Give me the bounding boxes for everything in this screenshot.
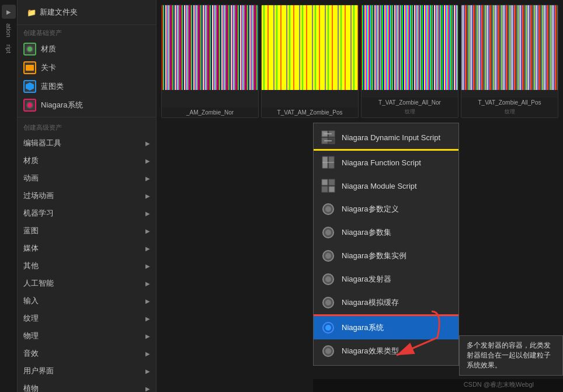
tooltip-text: 多个发射器的容器，此类发射器组合在一起以创建粒子系统效果。 — [467, 341, 551, 369]
dynamic-input-icon — [321, 130, 336, 145]
svg-rect-11 — [322, 186, 328, 192]
arrow-icon: ▶ — [145, 210, 150, 217]
param-set-icon — [321, 225, 336, 240]
material-label: 材质 — [41, 44, 56, 54]
menu-ml[interactable]: 机器学习 ▶ — [18, 204, 156, 222]
arrow-icon: ▶ — [145, 333, 150, 339]
folder-icon: 📁 — [27, 8, 36, 17]
param-def-icon — [321, 202, 336, 217]
menu-blueprint[interactable]: 蓝图 ▶ — [18, 222, 156, 240]
thumbnail-4[interactable]: T_VAT_Zombie_All_Pos 纹理 — [461, 5, 558, 118]
module-icon — [321, 178, 336, 193]
arrow-icon: ▶ — [145, 386, 150, 392]
strip-icon-1[interactable]: ▶ — [2, 5, 16, 19]
menu-ui[interactable]: 用户界面 ▶ — [18, 362, 156, 380]
watermark-text: CSDN @睿志末晚Webgl — [464, 380, 534, 389]
blueprint-icon — [23, 80, 36, 93]
thumbnail-1[interactable]: _AM_Zombie_Nor — [161, 5, 259, 118]
niagara-item-function[interactable]: Niagara Function Script — [314, 151, 458, 174]
svg-point-18 — [325, 253, 331, 259]
sidebar: 📁 新建文件夹 创建基础资产 材质 关卡 蓝图类 Niagara系统 创建高级资… — [18, 0, 157, 392]
niagara-param-set-label: Niagara参数集 — [342, 227, 391, 238]
niagara-item-dynamic-input[interactable]: Niagara Dynamic Input Script — [314, 126, 458, 149]
arrow-icon: ▶ — [145, 351, 150, 357]
section-basic-label: 创建基础资产 — [18, 25, 156, 40]
niagara-system-label: Niagara系统 — [342, 322, 384, 333]
left-icon-strip: ▶ ation ript — [0, 0, 18, 392]
level-icon — [23, 61, 36, 74]
thumbnail-label-1: _AM_Zombie_Nor — [162, 107, 258, 117]
niagara-param-def-label: Niagara参数定义 — [342, 204, 399, 214]
arrow-icon: ▶ — [145, 315, 150, 322]
thumbnail-sub-4: 纹理 — [461, 107, 558, 117]
thumbnail-img-2 — [262, 5, 358, 107]
menu-texture[interactable]: 纹理 ▶ — [18, 310, 156, 327]
niagara-item-param-set[interactable]: Niagara参数集 — [314, 221, 458, 244]
material-icon — [23, 43, 36, 55]
asset-material[interactable]: 材质 — [18, 40, 156, 58]
arrow-icon: ▶ — [145, 158, 150, 164]
thumbnail-label-3: T_VAT_Zombie_All_Nor — [362, 98, 458, 107]
thumbnail-img-1 — [162, 5, 258, 107]
svg-point-20 — [325, 276, 331, 282]
niagara-item-emitter[interactable]: Niagara发射器 — [314, 268, 458, 291]
svg-rect-9 — [322, 179, 328, 185]
thumbnail-grid: _AM_Zombie_Nor T_VAT_AM_Zombie_Pos T_VAT… — [157, 0, 563, 123]
blueprint-label: 蓝图类 — [41, 81, 64, 92]
menu-media[interactable]: 媒体 ▶ — [18, 240, 156, 257]
param-instance-icon — [321, 248, 336, 263]
asset-level[interactable]: 关卡 — [18, 58, 156, 77]
tooltip-box: 多个发射器的容器，此类发射器组合在一起以创建粒子系统效果。 — [459, 335, 563, 376]
svg-rect-12 — [329, 186, 335, 192]
section-advanced-label: 创建高级资产 — [18, 120, 156, 134]
thumbnail-2[interactable]: T_VAT_AM_Zombie_Pos — [261, 5, 359, 118]
niagara-param-instance-label: Niagara参数集实例 — [342, 251, 406, 261]
effect-type-icon — [321, 344, 336, 359]
svg-point-16 — [325, 230, 331, 235]
sim-cache-icon — [321, 295, 336, 310]
new-folder-label: 新建文件夹 — [40, 7, 78, 18]
niagara-item-param-def[interactable]: Niagara参数定义 — [314, 197, 458, 221]
menu-editor-tools[interactable]: 编辑器工具 ▶ — [18, 134, 156, 152]
thumbnail-sub-3: 纹理 — [362, 107, 458, 117]
menu-audio[interactable]: 音效 ▶ — [18, 345, 156, 362]
svg-point-26 — [325, 348, 331, 354]
arrow-icon: ▶ — [145, 140, 150, 147]
arrow-icon: ▶ — [145, 298, 150, 304]
thumbnail-img-3 — [362, 5, 458, 98]
menu-animation[interactable]: 动画 ▶ — [18, 169, 156, 187]
menu-physics[interactable]: 物理 ▶ — [18, 327, 156, 345]
emitter-icon — [321, 272, 336, 287]
function-icon — [321, 155, 336, 170]
arrow-icon: ▶ — [145, 245, 150, 252]
bottom-status: CSDN @睿志末晚Webgl — [313, 379, 563, 392]
menu-input[interactable]: 输入 ▶ — [18, 292, 156, 310]
asset-niagara-system[interactable]: Niagara系统 — [18, 96, 156, 115]
menu-cinematic[interactable]: 过场动画 ▶ — [18, 187, 156, 204]
main-content: _AM_Zombie_Nor T_VAT_AM_Zombie_Pos T_VAT… — [157, 0, 563, 392]
niagara-dynamic-input-label: Niagara Dynamic Input Script — [342, 133, 440, 142]
left-label-ript: ript — [4, 42, 13, 55]
niagara-module-label: Niagara Module Script — [342, 182, 417, 190]
menu-other[interactable]: 其他 ▶ — [18, 257, 156, 275]
thumbnail-label-4: T_VAT_Zombie_All_Pos — [461, 98, 558, 107]
menu-ai[interactable]: 人工智能 ▶ — [18, 275, 156, 292]
red-arrow-indicator — [379, 308, 449, 363]
system-icon — [321, 320, 336, 335]
section-divider — [18, 117, 156, 117]
menu-material[interactable]: 材质 ▶ — [18, 152, 156, 169]
left-label-ation: ation — [4, 21, 13, 40]
level-label: 关卡 — [41, 63, 56, 73]
niagara-function-label: Niagara Function Script — [342, 158, 421, 167]
new-folder-button[interactable]: 📁 新建文件夹 — [23, 5, 150, 20]
svg-point-22 — [325, 300, 331, 306]
menu-foliage[interactable]: 植物 ▶ — [18, 380, 156, 392]
niagara-item-module[interactable]: Niagara Module Script — [314, 174, 458, 197]
arrow-icon: ▶ — [145, 280, 150, 287]
niagara-item-param-instance[interactable]: Niagara参数集实例 — [314, 244, 458, 268]
thumbnail-3[interactable]: T_VAT_Zombie_All_Nor 纹理 — [361, 5, 458, 118]
sidebar-top: 📁 新建文件夹 — [18, 0, 156, 25]
arrow-icon: ▶ — [145, 228, 150, 234]
asset-blueprint[interactable]: 蓝图类 — [18, 77, 156, 96]
niagara-emitter-label: Niagara发射器 — [342, 274, 391, 285]
